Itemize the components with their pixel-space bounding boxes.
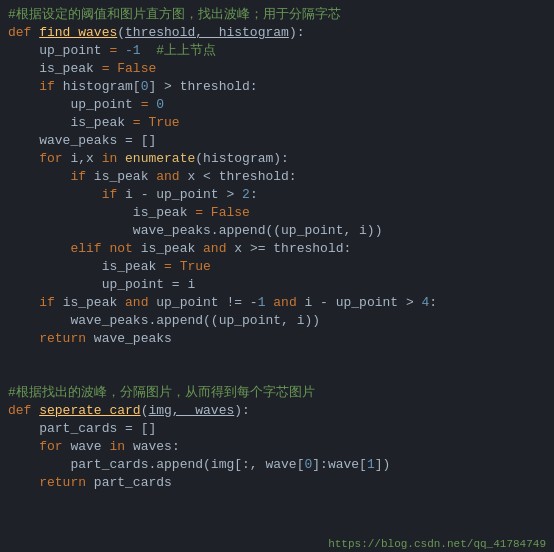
code-token: ): [289,24,305,42]
code-line: is_peak = True [0,258,554,276]
code-token: not [109,240,140,258]
code-token: = [125,114,148,132]
code-token: wave_peaks [39,132,117,150]
code-container: #根据设定的阈值和图片直方图，找出波峰；用于分隔字芯def find_waves… [0,0,554,552]
code-token: - up_point > [312,294,421,312]
code-token: and [148,168,187,186]
code-token: img, waves [148,402,234,420]
code-line: is_peak = False [0,204,554,222]
code-token: part_cards [39,420,117,438]
code-line: if is_peak and up_point != -1 and i - up… [0,294,554,312]
code-token: = [187,204,210,222]
code-token: ): [234,402,250,420]
code-token: 0 [304,456,312,474]
code-token: histogram[ [63,78,141,96]
code-token: wave_peaks.append((up_point, i)) [70,312,320,330]
code-token: up_point [70,96,132,114]
code-token: = [] [117,420,156,438]
code-token: i,x [70,150,93,168]
code-token: is_peak [70,114,125,132]
code-line: #根据找出的波峰，分隔图片，从而得到每个字芯图片 [0,384,554,402]
code-token: waves: [133,438,180,456]
code-token: is_peak [39,60,94,78]
code-token: wave_peaks [94,330,172,348]
footer-url: https://blog.csdn.net/qq_41784749 [320,536,554,552]
code-token: for [39,150,70,168]
code-token: ]) [375,456,391,474]
code-token: up_point != - [156,294,257,312]
code-line: wave_peaks = [] [0,132,554,150]
code-line: if histogram[0] > threshold: [0,78,554,96]
code-token: return [39,330,94,348]
code-token: = [94,60,117,78]
code-line: is_peak = True [0,114,554,132]
code-token: : [429,294,437,312]
code-line: is_peak = False [0,60,554,78]
code-token: find_waves [39,24,117,42]
code-token: for [39,438,70,456]
code-token: : [250,186,258,204]
code-token: = i [164,276,195,294]
code-token: seperate_card [39,402,140,420]
code-line [0,348,554,366]
code-token: i - up_point > [125,186,242,204]
code-line: up_point = -1 #上上节点 [0,42,554,60]
code-token: up_point [102,276,164,294]
code-token: is_peak [133,204,188,222]
code-token: True [180,258,211,276]
code-token: in [94,150,125,168]
comment-text: #根据设定的阈值和图片直方图，找出波峰；用于分隔字芯 [8,6,341,24]
code-token: True [148,114,179,132]
comment-text: #根据找出的波峰，分隔图片，从而得到每个字芯图片 [8,384,315,402]
code-line: part_cards = [] [0,420,554,438]
code-token: 1 [258,294,266,312]
code-token: -1 [125,42,141,60]
code-token: ( [141,402,149,420]
code-line: if is_peak and x < threshold: [0,168,554,186]
code-line: #根据设定的阈值和图片直方图，找出波峰；用于分隔字芯 [0,6,554,24]
code-token: if [70,168,93,186]
code-token: wave [70,438,101,456]
code-line: up_point = i [0,276,554,294]
code-token: and [265,294,304,312]
code-line: wave_peaks.append((up_point, i)) [0,222,554,240]
code-token: threshold, histogram [125,24,289,42]
code-token: False [211,204,250,222]
code-line: return part_cards [0,474,554,492]
code-token: x < threshold: [187,168,296,186]
code-line: if i - up_point > 2: [0,186,554,204]
code-token: is_peak [102,258,157,276]
code-token: #上上节点 [141,42,216,60]
code-token: x >= threshold: [234,240,351,258]
code-line: return wave_peaks [0,330,554,348]
code-token: 0 [141,78,149,96]
code-line: for i,x in enumerate(histogram): [0,150,554,168]
code-token: = [133,96,156,114]
code-token: elif [70,240,109,258]
code-token: up_point [39,42,101,60]
code-token: 2 [242,186,250,204]
code-token: def [8,24,39,42]
code-token: and [195,240,234,258]
code-line: up_point = 0 [0,96,554,114]
code-token: ]:wave[ [312,456,367,474]
code-token: is_peak [141,240,196,258]
code-token: part_cards [94,474,172,492]
code-token: def [8,402,39,420]
code-line: wave_peaks.append((up_point, i)) [0,312,554,330]
code-token: = [] [117,132,156,150]
code-token: 0 [156,96,164,114]
code-token: is_peak [63,294,118,312]
code-token: part_cards.append(img[:, wave[ [70,456,304,474]
code-token: and [117,294,156,312]
code-line: def find_waves(threshold, histogram): [0,24,554,42]
code-token: return [39,474,94,492]
code-token: ( [117,24,125,42]
code-token: 1 [367,456,375,474]
code-line: elif not is_peak and x >= threshold: [0,240,554,258]
code-line: for wave in waves: [0,438,554,456]
code-token: wave_peaks.append((up_point, i)) [133,222,383,240]
code-token: = [156,258,179,276]
code-token: = [102,42,125,60]
code-line [0,366,554,384]
